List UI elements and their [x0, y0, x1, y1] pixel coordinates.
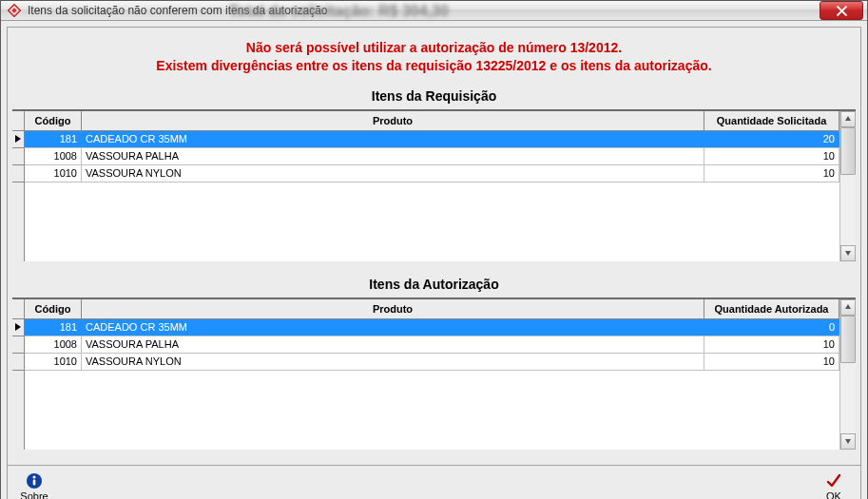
scroll-down-button[interactable] [840, 245, 856, 261]
row-indicator [12, 354, 24, 371]
ok-label: OK [826, 490, 841, 499]
cell-codigo: 1010 [25, 354, 82, 370]
info-icon [26, 472, 43, 489]
svg-marker-4 [845, 116, 851, 121]
cell-produto: CADEADO CR 35MM [82, 131, 704, 147]
sobre-button[interactable]: Sobre [13, 472, 55, 499]
cell-codigo: 181 [25, 319, 82, 336]
warning-line2: Existem divergências entre os itens da r… [156, 58, 711, 73]
svg-marker-5 [845, 251, 851, 256]
cell-codigo: 181 [25, 131, 82, 147]
row-indicator [12, 148, 24, 165]
table-row[interactable]: 1008 VASSOURA PALHA 10 [25, 148, 839, 165]
cell-quantidade: 10 [704, 354, 839, 370]
cell-quantidade: 10 [704, 165, 839, 182]
ok-button[interactable]: OK [813, 472, 855, 499]
check-icon [825, 472, 842, 489]
cell-codigo: 1008 [25, 148, 82, 164]
cell-produto: VASSOURA PALHA [82, 336, 704, 353]
scroll-up-button[interactable] [840, 111, 856, 127]
main-panel: Não será possível utilizar a autorização… [7, 27, 861, 465]
grid-header: Código Produto Quantidade Solicitada [25, 111, 839, 131]
cell-codigo: 1010 [25, 165, 82, 182]
vertical-scrollbar[interactable] [839, 299, 856, 450]
cell-produto: VASSOURA NYLON [82, 354, 704, 370]
table-row[interactable]: 1010 VASSOURA NYLON 10 [25, 354, 839, 371]
col-header-codigo[interactable]: Código [25, 111, 82, 130]
row-indicator [12, 336, 24, 354]
cell-produto: CADEADO CR 35MM [82, 319, 704, 336]
table-row[interactable]: 1008 VASSOURA PALHA 10 [25, 336, 839, 354]
section-title-requisicao: Itens da Requisição [11, 88, 857, 104]
svg-marker-6 [15, 323, 21, 331]
col-header-codigo[interactable]: Código [25, 299, 82, 318]
scroll-down-button[interactable] [840, 433, 856, 450]
cell-codigo: 1008 [25, 336, 82, 353]
scroll-track[interactable] [840, 316, 856, 433]
col-header-quantidade[interactable]: Quantidade Solicitada [704, 111, 839, 130]
row-indicator-column [12, 299, 25, 450]
section-title-autorizacao: Itens da Autorização [11, 277, 857, 292]
row-indicator [12, 131, 24, 148]
table-row[interactable]: 181 CADEADO CR 35MM 0 [25, 319, 839, 336]
grid-header: Código Produto Quantidade Autorizada [25, 299, 839, 319]
cell-quantidade: 10 [704, 148, 839, 164]
scroll-thumb[interactable] [840, 127, 856, 175]
grid-rows: 181 CADEADO CR 35MM 20 1008 VASSOURA PAL… [25, 131, 839, 261]
content-area: Não será possível utilizar a autorização… [1, 21, 867, 499]
svg-marker-8 [845, 439, 851, 444]
grid-autorizacao: Código Produto Quantidade Autorizada 181… [12, 297, 856, 450]
titlebar[interactable]: Itens da solicitação não conferem com it… [1, 1, 867, 21]
cell-produto: VASSOURA PALHA [82, 148, 704, 164]
app-icon [7, 3, 22, 18]
window-title: Itens da solicitação não conferem com it… [28, 4, 820, 17]
warning-line1: Não será possível utilizar a autorização… [246, 40, 622, 55]
row-indicator [12, 165, 24, 182]
close-button[interactable] [820, 1, 863, 20]
close-icon [837, 6, 847, 16]
row-indicator-column [12, 111, 25, 261]
table-row[interactable]: 1010 VASSOURA NYLON 10 [25, 165, 839, 182]
warning-message: Não será possível utilizar a autorização… [11, 39, 857, 75]
bottom-toolbar: Sobre OK [7, 465, 861, 499]
svg-marker-3 [15, 135, 21, 143]
cell-produto: VASSOURA NYLON [82, 165, 704, 182]
grid-rows: 181 CADEADO CR 35MM 0 1008 VASSOURA PALH… [25, 319, 839, 450]
cell-quantidade: 0 [704, 319, 839, 336]
vertical-scrollbar[interactable] [839, 111, 856, 261]
grid-requisicao: Código Produto Quantidade Solicitada 181… [12, 109, 856, 261]
table-row[interactable]: 181 CADEADO CR 35MM 20 [25, 131, 839, 148]
col-header-produto[interactable]: Produto [82, 299, 704, 318]
scroll-track[interactable] [840, 127, 856, 245]
dialog-window: Itens da solicitação não conferem com it… [0, 0, 868, 499]
col-header-produto[interactable]: Produto [82, 111, 704, 130]
cell-quantidade: 20 [704, 131, 839, 147]
scroll-up-button[interactable] [840, 299, 856, 316]
svg-rect-11 [33, 480, 36, 486]
svg-point-10 [33, 476, 36, 479]
sobre-label: Sobre [20, 490, 48, 499]
svg-marker-7 [845, 304, 851, 309]
row-indicator [12, 319, 24, 336]
col-header-quantidade[interactable]: Quantidade Autorizada [704, 299, 839, 318]
scroll-thumb[interactable] [840, 316, 856, 363]
cell-quantidade: 10 [704, 336, 839, 353]
